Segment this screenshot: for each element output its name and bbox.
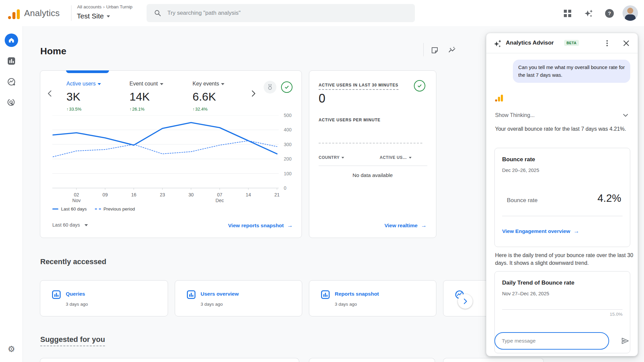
bar-chart-icon	[186, 290, 196, 299]
check-icon	[284, 84, 289, 90]
nav-explore[interactable]	[5, 75, 18, 88]
note-icon	[431, 46, 439, 54]
advisor-menu-button[interactable]	[603, 39, 611, 47]
header-divider	[423, 43, 424, 56]
send-message-button[interactable]	[619, 335, 631, 347]
x-axis-tick: 23	[154, 192, 171, 198]
advisor-message-input[interactable]	[494, 332, 609, 350]
search-bar[interactable]	[147, 4, 415, 22]
bounce-rate-card: Bounce rate Dec 20–26, 2025 Bounce rate …	[494, 148, 630, 247]
user-avatar[interactable]	[623, 5, 638, 21]
realtime-empty-chart-baseline	[319, 143, 422, 143]
chevron-down-icon	[623, 114, 628, 117]
suggested-card-stub[interactable]	[309, 358, 435, 362]
chevron-right-icon	[464, 298, 467, 304]
trend-chart-y-max-label: 15.0%	[610, 312, 623, 317]
date-range-selector[interactable]: Last 60 days	[52, 222, 88, 228]
ai-sparkle-icon[interactable]	[584, 9, 594, 18]
search-icon	[154, 9, 161, 17]
analytics-advisor-panel: Analytics Advisor BETA Can you tell me w…	[486, 33, 638, 356]
data-quality-check-button[interactable]	[281, 81, 292, 93]
metric-label: Event count	[129, 81, 158, 86]
show-thinking-toggle[interactable]: Show Thinking...	[495, 112, 631, 118]
realtime-status-check-button[interactable]	[414, 80, 425, 92]
metric-label: Key events	[193, 81, 219, 86]
advisor-header: Analytics Advisor BETA	[486, 33, 638, 53]
caret-down-icon	[85, 224, 88, 226]
nav-admin-settings[interactable]: ⚙	[5, 342, 18, 356]
breadcrumb-account[interactable]: Urban Turnip	[106, 4, 132, 9]
recently-accessed-heading: Recently accessed	[40, 257, 106, 266]
advisor-close-button[interactable]	[622, 39, 631, 48]
active-users-line-chart[interactable]	[52, 115, 279, 191]
home-icon	[8, 37, 15, 44]
recent-card-users-overview[interactable]: Users overview 3 days ago	[175, 280, 302, 316]
caret-down-icon	[221, 83, 224, 85]
notes-button[interactable]	[429, 44, 441, 56]
arrow-up-icon: ↑	[129, 107, 131, 112]
recent-card-queries[interactable]: Queries 3 days ago	[40, 280, 168, 316]
view-engagement-overview-link[interactable]: View Engagement overview→	[502, 228, 579, 235]
recent-card-time: 3 days ago	[66, 302, 88, 307]
caret-down-icon	[160, 83, 163, 85]
top-bar: Analytics All accounts›Urban Turnip Test…	[0, 0, 644, 26]
benchmark-medal-button[interactable]	[264, 81, 276, 94]
arrow-right-icon: →	[421, 222, 427, 229]
view-reports-snapshot-link[interactable]: View reports snapshot→	[228, 222, 293, 229]
bounce-metric-label: Bounce rate	[507, 197, 538, 204]
nav-home[interactable]	[5, 34, 18, 47]
carousel-next-button[interactable]	[458, 294, 473, 309]
suggested-card-stub[interactable]	[443, 358, 544, 362]
table-divider	[319, 166, 427, 166]
insights-button[interactable]	[446, 44, 458, 56]
metric-tab-key-events[interactable]: Key events 6.6K ↑32.4%	[193, 81, 253, 112]
realtime-table-header: COUNTRY ACTIVE US…	[319, 155, 427, 160]
explore-icon	[7, 77, 16, 86]
apps-grid-icon[interactable]	[564, 10, 571, 17]
realtime-per-minute-label: ACTIVE USERS PER MINUTE	[319, 118, 380, 122]
page-title: Home	[40, 46, 66, 57]
suggested-card-stub[interactable]	[40, 358, 299, 362]
bounce-metric-value: 4.2%	[597, 192, 621, 204]
column-active-users[interactable]: ACTIVE US…	[380, 155, 412, 160]
metric-tab-active-users[interactable]: Active users 3K ↑33.5%	[66, 81, 127, 112]
metric-tab-event-count[interactable]: Event count 14K ↑26.1%	[129, 81, 190, 112]
gear-icon: ⚙	[8, 344, 15, 354]
x-axis-tick: 21	[269, 192, 285, 198]
reports-icon	[7, 57, 16, 65]
breadcrumb[interactable]: All accounts›Urban Turnip	[77, 4, 132, 9]
realtime-title[interactable]: ACTIVE USERS IN LAST 30 MINUTES	[319, 83, 398, 90]
y-axis-tick: 500	[284, 113, 291, 118]
metrics-prev-button[interactable]	[44, 88, 55, 99]
property-name: Test Site	[77, 12, 104, 20]
arrow-right-icon: →	[574, 228, 579, 234]
advisor-trend-intro-text: Here is the daily trend of your bounce r…	[495, 252, 633, 267]
metrics-next-button[interactable]	[248, 88, 259, 99]
metric-value: 3K	[66, 90, 127, 103]
recent-card-reports-snapshot[interactable]: Reports snapshot 3 days ago	[309, 280, 436, 316]
column-country[interactable]: COUNTRY	[319, 155, 344, 160]
nav-advertising[interactable]	[5, 96, 18, 109]
y-axis-tick: 200	[284, 156, 291, 162]
nav-reports[interactable]	[5, 54, 18, 68]
metric-delta: ↑33.5%	[66, 107, 127, 112]
chevron-right-icon: ›	[103, 5, 105, 9]
help-icon[interactable]: ?	[605, 9, 614, 18]
arrow-up-icon: ↑	[193, 107, 195, 112]
chevron-right-icon	[252, 90, 256, 97]
search-input[interactable]	[167, 10, 408, 16]
card-divider	[502, 216, 623, 216]
google-analytics-logo-icon[interactable]	[8, 7, 21, 19]
no-data-message: No data available	[309, 172, 436, 178]
caret-down-icon	[409, 157, 412, 159]
y-axis-tick: 0	[284, 185, 286, 191]
chart-legend: Last 60 days Previous period	[52, 206, 135, 212]
recent-card-label: Queries	[66, 291, 85, 297]
property-selector[interactable]: Test Site	[77, 12, 110, 20]
advisor-conversation: Can you tell me what my overall bounce r…	[486, 53, 638, 357]
breadcrumb-all-accounts[interactable]: All accounts	[77, 4, 102, 9]
recent-card-label: Reports snapshot	[335, 291, 379, 297]
view-realtime-link[interactable]: View realtime→	[384, 222, 427, 229]
metric-label: Active users	[66, 81, 96, 86]
legend-dashed-line-swatch	[95, 208, 101, 209]
